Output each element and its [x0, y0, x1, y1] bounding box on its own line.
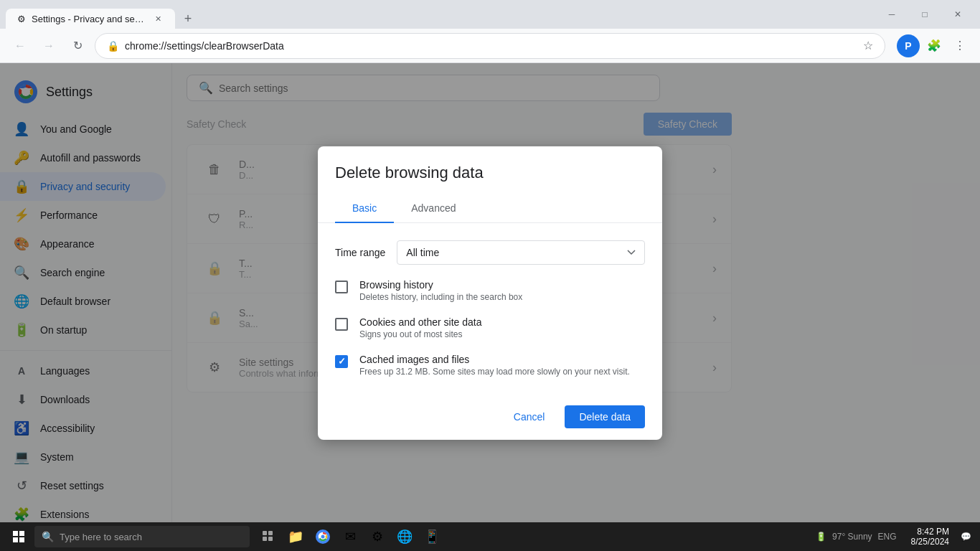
cookies-checkbox[interactable]: [335, 318, 348, 331]
taskbar-system-tray: 🔋 97° Sunny ENG: [810, 532, 903, 542]
taskbar-battery-icon: 🔋: [816, 532, 826, 542]
cookies-text: Cookies and other site data Signs you ou…: [359, 316, 481, 339]
taskbar-task-view[interactable]: [255, 524, 281, 550]
taskbar-mail[interactable]: ✉: [337, 524, 363, 550]
svg-point-14: [321, 535, 325, 539]
delete-browsing-data-modal: Delete browsing data Basic Advanced Time…: [318, 146, 662, 440]
address-bar: ← → ↻ 🔒 chrome://settings/clearBrowserDa…: [0, 29, 980, 63]
delete-data-button[interactable]: Delete data: [565, 405, 645, 428]
title-bar: ⚙ Settings - Privacy and security ✕ + ─ …: [0, 0, 980, 29]
checkbox-browsing-history-wrapper: [335, 281, 348, 293]
cancel-button[interactable]: Cancel: [499, 405, 560, 428]
svg-rect-5: [13, 537, 18, 542]
browsing-history-checkbox[interactable]: [335, 281, 348, 293]
taskbar-search[interactable]: 🔍 Type here to search: [34, 526, 250, 547]
taskbar-search-text: Type here to search: [60, 532, 142, 542]
taskbar-right: 🔋 97° Sunny ENG 8:42 PM 8/25/2024 💬: [810, 527, 974, 547]
taskbar-file-explorer[interactable]: 📁: [283, 524, 308, 550]
taskbar-language: ENG: [878, 532, 897, 542]
taskbar-clock[interactable]: 8:42 PM 8/25/2024: [905, 527, 955, 547]
svg-rect-4: [19, 531, 24, 536]
tab-basic[interactable]: Basic: [335, 194, 394, 222]
browsing-history-label: Browsing history: [359, 279, 522, 291]
bookmark-icon[interactable]: ☆: [863, 39, 873, 52]
back-button[interactable]: ←: [9, 34, 32, 57]
window-controls: ─ □ ✕: [875, 0, 974, 29]
new-tab-button[interactable]: +: [178, 9, 198, 29]
checkbox-cached: Cached images and files Frees up 31.2 MB…: [335, 354, 645, 377]
svg-rect-8: [268, 531, 273, 535]
taskbar-app3[interactable]: 📱: [419, 524, 445, 550]
menu-button[interactable]: ⋮: [948, 34, 971, 57]
profile-button[interactable]: P: [897, 34, 920, 57]
tab-close-button[interactable]: ✕: [152, 13, 164, 24]
modal-overlay: Delete browsing data Basic Advanced Time…: [0, 63, 980, 522]
address-favicon: 🔒: [107, 40, 119, 52]
taskbar-chrome[interactable]: [310, 524, 336, 550]
forward-button[interactable]: →: [37, 34, 60, 57]
svg-rect-7: [263, 531, 267, 535]
checkbox-cookies-wrapper: [335, 318, 348, 331]
checkbox-cached-wrapper: [335, 355, 348, 368]
tab-favicon: ⚙: [17, 14, 26, 24]
extensions-button[interactable]: 🧩: [923, 34, 946, 57]
browsing-history-text: Browsing history Deletes history, includ…: [359, 279, 522, 302]
taskbar-weather: 97° Sunny: [832, 532, 872, 542]
svg-rect-6: [19, 537, 24, 542]
checkbox-cookies: Cookies and other site data Signs you ou…: [335, 316, 645, 339]
modal-tabs: Basic Advanced: [318, 194, 662, 223]
tab-bar: ⚙ Settings - Privacy and security ✕ +: [6, 0, 870, 29]
reload-button[interactable]: ↻: [66, 34, 89, 57]
cached-images-desc: Frees up 31.2 MB. Some sites may load mo…: [359, 367, 630, 377]
cached-images-label: Cached images and files: [359, 354, 630, 365]
browsing-history-desc: Deletes history, including in the search…: [359, 292, 522, 302]
cached-images-checkbox[interactable]: [335, 355, 348, 368]
start-button[interactable]: [6, 524, 32, 550]
address-input[interactable]: 🔒 chrome://settings/clearBrowserData ☆: [95, 33, 885, 59]
svg-rect-3: [13, 531, 18, 536]
maximize-button[interactable]: □: [908, 0, 941, 29]
taskbar-time-display: 8:42 PM: [911, 527, 949, 537]
cookies-desc: Signs you out of most sites: [359, 329, 481, 339]
time-range-label: Time range: [335, 247, 385, 258]
toolbar-right: P 🧩 ⋮: [897, 34, 971, 57]
taskbar-app1[interactable]: ⚙: [364, 524, 390, 550]
active-tab[interactable]: ⚙ Settings - Privacy and security ✕: [6, 9, 175, 29]
taskbar-icons: 📁 ✉ ⚙ 🌐 📱: [255, 524, 445, 550]
modal-title: Delete browsing data: [318, 146, 662, 182]
checkbox-browsing-history: Browsing history Deletes history, includ…: [335, 279, 645, 302]
taskbar-search-icon: 🔍: [42, 531, 54, 542]
modal-body: Time range Last hour Last 24 hours Last …: [318, 223, 662, 394]
svg-rect-10: [268, 537, 273, 541]
tab-advanced[interactable]: Advanced: [394, 194, 473, 222]
svg-rect-9: [263, 537, 267, 541]
time-range-select[interactable]: Last hour Last 24 hours Last 7 days Last…: [397, 240, 645, 265]
taskbar: 🔍 Type here to search 📁: [0, 522, 980, 551]
time-range-row: Time range Last hour Last 24 hours Last …: [335, 240, 645, 265]
cached-text: Cached images and files Frees up 31.2 MB…: [359, 354, 630, 377]
tab-title: Settings - Privacy and security: [32, 14, 146, 24]
close-button[interactable]: ✕: [941, 0, 974, 29]
taskbar-app2[interactable]: 🌐: [392, 524, 418, 550]
address-text: chrome://settings/clearBrowserData: [125, 40, 857, 52]
modal-footer: Cancel Delete data: [318, 394, 662, 440]
cookies-label: Cookies and other site data: [359, 316, 481, 328]
minimize-button[interactable]: ─: [875, 0, 908, 29]
taskbar-date-display: 8/25/2024: [911, 537, 949, 547]
taskbar-notification[interactable]: 💬: [958, 532, 974, 542]
